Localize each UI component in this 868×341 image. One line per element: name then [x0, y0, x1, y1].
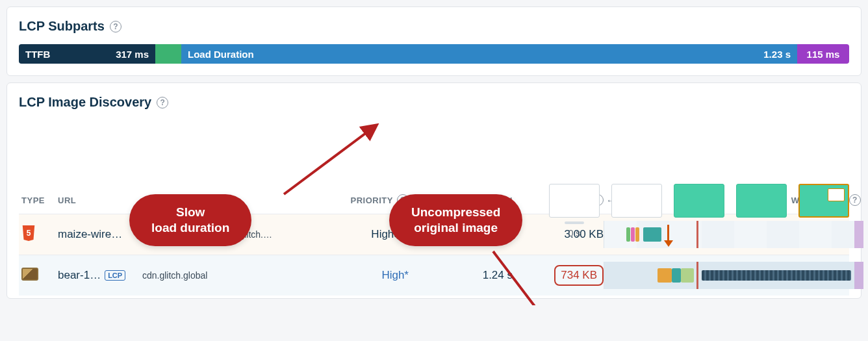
col-url[interactable]: URL	[58, 196, 142, 205]
annotation-uncompressed: Uncompressed original image	[389, 194, 522, 246]
ttfb-label: TTFB	[25, 49, 50, 60]
lcp-marker	[696, 262, 698, 289]
filmstrip-thumb-blank	[549, 184, 600, 218]
waterfall-bar	[643, 227, 661, 242]
waterfall-bar	[854, 262, 863, 289]
filmstrip-tick: 0 s	[568, 228, 581, 238]
table-row[interactable]: bear-1… LCP cdn.glitch.global High* 1.24…	[19, 255, 849, 296]
load-duration-segment[interactable]: Load Duration 1.23 s	[181, 44, 797, 64]
render-delay-value: 115 ms	[807, 49, 840, 60]
lcp-badge: LCP	[105, 270, 125, 281]
waterfall-bar	[657, 268, 672, 283]
annotation-slow-load: Slow load duration	[129, 194, 251, 246]
url-cell[interactable]: bear-1… LCP	[58, 269, 142, 282]
load-duration-value: 1.23 s	[763, 49, 791, 60]
lcp-image-discovery-title: LCP Image Discovery	[19, 95, 151, 110]
filmstrip-frame[interactable]: 0 s	[549, 184, 600, 238]
type-cell	[19, 268, 58, 283]
annotation-arrow-icon	[279, 116, 409, 194]
render-delay-segment[interactable]: 115 ms	[797, 44, 849, 64]
domain-cell: cdn.glitch.global	[142, 270, 318, 281]
ttfb-segment[interactable]: TTFB 317 ms	[19, 44, 155, 64]
help-icon[interactable]: ?	[849, 194, 861, 206]
col-type[interactable]: TYPE	[19, 196, 58, 205]
lcp-marker	[696, 221, 698, 248]
filmstrip-thumb-blank	[611, 184, 662, 218]
lcp-image-discovery-card: LCP Image Discovery ? 0 s 0.5 s 1.0 s	[6, 82, 862, 299]
lcp-subparts-header: LCP Subparts ?	[19, 19, 849, 34]
waterfall-bar	[626, 227, 630, 242]
url-text: bear-1…	[58, 269, 101, 282]
load-duration-label: Load Duration	[188, 49, 254, 60]
filmstrip-thumb-green	[736, 184, 787, 218]
waterfall-bar	[854, 221, 863, 248]
waterfall-bar	[681, 268, 694, 283]
url-text: maize-wire…	[58, 228, 122, 241]
lcp-subparts-bar: TTFB 317 ms Load Duration 1.23 s 115 ms	[19, 44, 849, 64]
lcp-image-discovery-header: LCP Image Discovery ?	[19, 95, 849, 110]
col-priority-label: PRIORITY	[350, 196, 393, 205]
filmstrip-thumb-lcp	[798, 184, 849, 218]
filmstrip-progress	[565, 221, 584, 224]
html5-icon	[21, 225, 36, 241]
help-icon[interactable]: ?	[110, 21, 121, 32]
duration-cell: 1.24 s	[409, 269, 513, 282]
type-cell	[19, 225, 58, 244]
size-cell-alert: 734 KB	[554, 265, 604, 286]
waterfall-cell[interactable]	[604, 221, 863, 248]
priority-cell[interactable]: High*	[318, 269, 409, 282]
waterfall-cell[interactable]	[604, 262, 863, 289]
help-icon[interactable]: ?	[157, 97, 168, 108]
waterfall-bar	[635, 227, 639, 242]
discovery-body: 0 s 0.5 s 1.0 s . 1.5 s	[19, 188, 849, 296]
load-delay-segment[interactable]	[155, 44, 181, 64]
lcp-subparts-card: LCP Subparts ? TTFB 317 ms Load Duration…	[6, 6, 862, 76]
image-icon	[21, 268, 38, 281]
waterfall-bar	[702, 270, 851, 281]
discovery-arrow-icon	[664, 225, 673, 247]
waterfall-bar	[631, 227, 635, 242]
lcp-subparts-title: LCP Subparts	[19, 19, 105, 34]
url-cell[interactable]: maize-wire…	[58, 228, 142, 241]
ttfb-value: 317 ms	[116, 49, 149, 60]
waterfall-bar	[672, 268, 681, 283]
filmstrip-thumb-green	[674, 184, 724, 218]
svg-line-0	[284, 125, 376, 194]
